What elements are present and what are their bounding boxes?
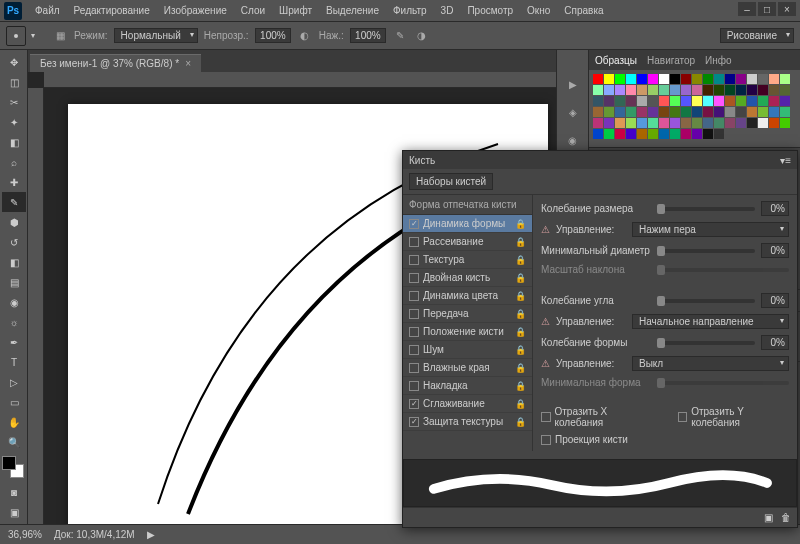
brush-tool[interactable]: ✎ xyxy=(2,192,26,212)
brush-option-checkbox[interactable]: ✓ xyxy=(409,417,419,427)
swatch[interactable] xyxy=(747,118,757,128)
swatch[interactable] xyxy=(659,129,669,139)
menu-view[interactable]: Просмотр xyxy=(460,3,520,18)
chevron-right-icon[interactable]: ▶ xyxy=(147,529,155,540)
swatch[interactable] xyxy=(692,96,702,106)
swatch[interactable] xyxy=(736,107,746,117)
swatch[interactable] xyxy=(659,96,669,106)
swatch[interactable] xyxy=(637,96,647,106)
swatch[interactable] xyxy=(648,74,658,84)
swatch[interactable] xyxy=(780,107,790,117)
brush-option-checkbox[interactable] xyxy=(409,291,419,301)
swatch[interactable] xyxy=(692,129,702,139)
brush-option-item[interactable]: Текстура🔒 xyxy=(403,251,532,269)
swatch[interactable] xyxy=(593,118,603,128)
brush-option-checkbox[interactable] xyxy=(409,363,419,373)
swatch[interactable] xyxy=(681,118,691,128)
swatch[interactable] xyxy=(780,96,790,106)
round-jitter-slider[interactable] xyxy=(657,341,755,345)
quickmask-tool[interactable]: ◙ xyxy=(2,482,26,502)
lock-icon[interactable]: 🔒 xyxy=(515,381,526,391)
swatch[interactable] xyxy=(758,74,768,84)
swatch[interactable] xyxy=(604,85,614,95)
brush-option-item[interactable]: Накладка🔒 xyxy=(403,377,532,395)
brush-option-checkbox[interactable] xyxy=(409,309,419,319)
swatch[interactable] xyxy=(703,118,713,128)
swatch[interactable] xyxy=(626,118,636,128)
tab-close-icon[interactable]: × xyxy=(185,58,191,69)
swatch[interactable] xyxy=(659,107,669,117)
info-tab[interactable]: Инфо xyxy=(705,55,732,66)
brush-option-item[interactable]: ✓Защита текстуры🔒 xyxy=(403,413,532,431)
lasso-tool[interactable]: ✂ xyxy=(2,92,26,112)
menu-edit[interactable]: Редактирование xyxy=(67,3,157,18)
lock-icon[interactable]: 🔒 xyxy=(515,237,526,247)
swatch[interactable] xyxy=(615,129,625,139)
trash-icon[interactable]: 🗑 xyxy=(781,512,791,523)
swatch[interactable] xyxy=(703,85,713,95)
brush-option-checkbox[interactable] xyxy=(409,255,419,265)
shape-tool[interactable]: ▭ xyxy=(2,392,26,412)
marquee-tool[interactable]: ◫ xyxy=(2,72,26,92)
mode-combo[interactable]: Нормальный xyxy=(114,28,198,43)
swatch[interactable] xyxy=(692,85,702,95)
swatch[interactable] xyxy=(725,107,735,117)
swatch[interactable] xyxy=(714,129,724,139)
swatch[interactable] xyxy=(648,129,658,139)
swatch[interactable] xyxy=(626,96,636,106)
swatch[interactable] xyxy=(725,118,735,128)
swatch[interactable] xyxy=(769,96,779,106)
eyedropper-tool[interactable]: ⌕ xyxy=(2,152,26,172)
swatch[interactable] xyxy=(670,96,680,106)
lock-icon[interactable]: 🔒 xyxy=(515,309,526,319)
airbrush-icon[interactable]: ✎ xyxy=(392,28,408,44)
swatch[interactable] xyxy=(714,85,724,95)
actions-panel-icon[interactable]: ◈ xyxy=(563,102,583,122)
swatch[interactable] xyxy=(681,85,691,95)
swatch[interactable] xyxy=(758,85,768,95)
close-button[interactable]: × xyxy=(778,2,796,16)
swatch[interactable] xyxy=(593,85,603,95)
swatch[interactable] xyxy=(615,74,625,84)
menu-help[interactable]: Справка xyxy=(557,3,610,18)
swatch[interactable] xyxy=(714,107,724,117)
stamp-tool[interactable]: ⬢ xyxy=(2,212,26,232)
swatch[interactable] xyxy=(670,74,680,84)
brush-option-item[interactable]: Положение кисти🔒 xyxy=(403,323,532,341)
angle-jitter-value[interactable]: 0% xyxy=(761,293,789,308)
menu-layers[interactable]: Слои xyxy=(234,3,272,18)
swatch[interactable] xyxy=(593,129,603,139)
swatch[interactable] xyxy=(681,107,691,117)
swatch[interactable] xyxy=(626,107,636,117)
swatch[interactable] xyxy=(659,74,669,84)
swatch[interactable] xyxy=(681,74,691,84)
swatch[interactable] xyxy=(736,85,746,95)
swatch[interactable] xyxy=(692,107,702,117)
swatch[interactable] xyxy=(615,118,625,128)
minimize-button[interactable]: – xyxy=(738,2,756,16)
history-panel-icon[interactable]: ▶ xyxy=(563,74,583,94)
swatch[interactable] xyxy=(747,96,757,106)
history-brush-tool[interactable]: ↺ xyxy=(2,232,26,252)
swatches-grid[interactable] xyxy=(589,70,800,143)
brush-tip-shape-header[interactable]: Форма отпечатка кисти xyxy=(403,195,532,215)
brush-option-item[interactable]: Передача🔒 xyxy=(403,305,532,323)
swatch[interactable] xyxy=(604,107,614,117)
brush-option-item[interactable]: Влажные края🔒 xyxy=(403,359,532,377)
swatch[interactable] xyxy=(736,74,746,84)
swatch[interactable] xyxy=(703,96,713,106)
swatch[interactable] xyxy=(769,74,779,84)
swatch[interactable] xyxy=(769,118,779,128)
brush-option-checkbox[interactable]: ✓ xyxy=(409,219,419,229)
document-tab[interactable]: Без имени-1 @ 37% (RGB/8) * × xyxy=(30,54,201,72)
brush-option-checkbox[interactable] xyxy=(409,381,419,391)
tablet-opacity-icon[interactable]: ◐ xyxy=(297,28,313,44)
dodge-tool[interactable]: ☼ xyxy=(2,312,26,332)
swatch[interactable] xyxy=(681,129,691,139)
swatch[interactable] xyxy=(736,118,746,128)
opacity-input[interactable]: 100% xyxy=(255,28,291,43)
swatch[interactable] xyxy=(725,74,735,84)
menu-image[interactable]: Изображение xyxy=(157,3,234,18)
eraser-tool[interactable]: ◧ xyxy=(2,252,26,272)
swatch[interactable] xyxy=(593,107,603,117)
